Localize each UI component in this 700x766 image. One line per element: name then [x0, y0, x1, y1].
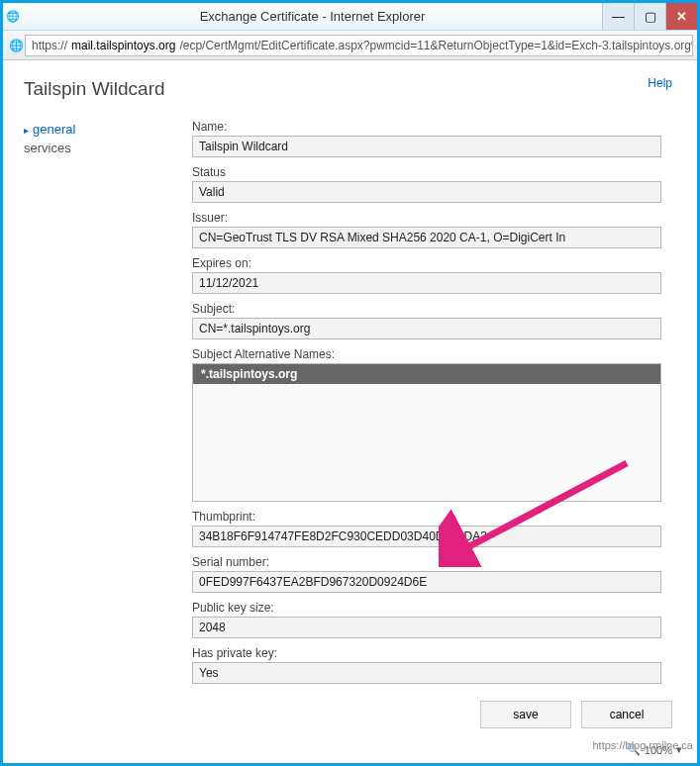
- nav-services[interactable]: services: [24, 139, 192, 157]
- value-name: Tailspin Wildcard: [192, 136, 661, 157]
- button-row: save cancel: [480, 701, 672, 728]
- label-expires: Expires on:: [192, 256, 661, 270]
- label-status: Status: [192, 165, 661, 179]
- label-thumbprint: Thumbprint:: [192, 510, 661, 524]
- window-title: Exchange Certificate - Internet Explorer: [23, 9, 602, 24]
- layout: general services Name: Tailspin Wildcard…: [24, 120, 676, 692]
- form: Name: Tailspin Wildcard Status Valid Iss…: [192, 120, 676, 692]
- address-bar: 🌐 https://mail.tailspintoys.org/ecp/Cert…: [3, 31, 697, 60]
- titlebar: 🌐 Exchange Certificate - Internet Explor…: [3, 3, 697, 31]
- content-area: Help Tailspin Wildcard general services …: [6, 62, 694, 760]
- sidebar: general services: [24, 120, 192, 692]
- label-pubkey: Public key size:: [192, 601, 661, 615]
- label-issuer: Issuer:: [192, 211, 661, 225]
- field-pubkey: Public key size: 2048: [192, 601, 661, 638]
- field-expires: Expires on: 11/12/2021: [192, 256, 661, 294]
- watermark: https://blog.rmilne.ca: [593, 739, 694, 751]
- field-privkey: Has private key: Yes: [192, 646, 661, 684]
- nav-general[interactable]: general: [24, 120, 192, 139]
- label-san: Subject Alternative Names:: [192, 347, 661, 361]
- close-button[interactable]: ✕: [665, 3, 697, 30]
- url-input[interactable]: https://mail.tailspintoys.org/ecp/CertMg…: [25, 35, 693, 56]
- window-controls: — ▢ ✕: [602, 3, 697, 30]
- san-item[interactable]: *.tailspintoys.org: [193, 364, 660, 384]
- maximize-button[interactable]: ▢: [634, 3, 665, 30]
- value-subject: CN=*.tailspintoys.org: [192, 318, 661, 339]
- label-name: Name:: [192, 120, 661, 134]
- url-domain: mail.tailspintoys.org: [71, 36, 175, 55]
- label-subject: Subject:: [192, 302, 661, 316]
- field-issuer: Issuer: CN=GeoTrust TLS DV RSA Mixed SHA…: [192, 211, 661, 248]
- cancel-button[interactable]: cancel: [581, 701, 672, 728]
- field-name: Name: Tailspin Wildcard: [192, 120, 661, 157]
- page-title: Tailspin Wildcard: [24, 78, 676, 100]
- value-privkey: Yes: [192, 662, 661, 684]
- minimize-button[interactable]: —: [602, 3, 634, 30]
- value-expires: 11/12/2021: [192, 272, 661, 294]
- value-serial: 0FED997F6437EA2BFD967320D0924D6E: [192, 571, 661, 593]
- ie-icon: 🌐: [3, 10, 23, 23]
- san-list[interactable]: *.tailspintoys.org: [192, 363, 661, 502]
- label-privkey: Has private key:: [192, 646, 661, 660]
- field-status: Status Valid: [192, 165, 661, 203]
- page-icon: 🌐: [7, 39, 25, 52]
- label-serial: Serial number:: [192, 555, 661, 569]
- field-san: Subject Alternative Names: *.tailspintoy…: [192, 347, 661, 502]
- help-link[interactable]: Help: [648, 76, 672, 90]
- field-serial: Serial number: 0FED997F6437EA2BFD967320D…: [192, 555, 661, 593]
- value-thumbprint: 34B18F6F914747FE8D2FC930CEDD03D40D190DA3: [192, 526, 661, 547]
- value-issuer: CN=GeoTrust TLS DV RSA Mixed SHA256 2020…: [192, 227, 661, 248]
- field-subject: Subject: CN=*.tailspintoys.org: [192, 302, 661, 339]
- url-path: /ecp/CertMgmt/EditCertificate.aspx?pwmci…: [179, 36, 693, 55]
- field-thumbprint: Thumbprint: 34B18F6F914747FE8D2FC930CEDD…: [192, 510, 661, 547]
- value-status: Valid: [192, 181, 661, 203]
- url-prefix: https://: [32, 36, 67, 55]
- value-pubkey: 2048: [192, 617, 661, 638]
- save-button[interactable]: save: [480, 701, 571, 728]
